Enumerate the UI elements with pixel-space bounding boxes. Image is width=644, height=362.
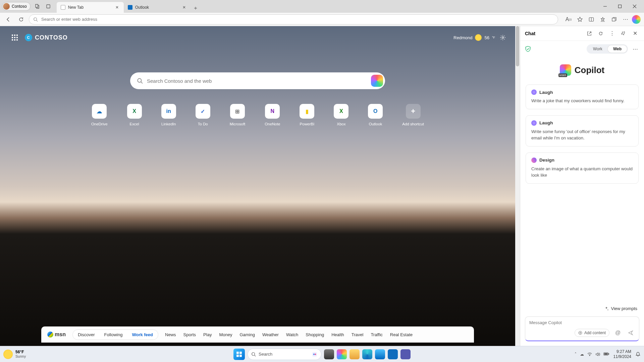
- split-screen-button[interactable]: [586, 14, 596, 24]
- feed-link-play[interactable]: Play: [203, 332, 212, 337]
- feed-pill-discover[interactable]: Discover: [74, 331, 99, 339]
- feed-link-money[interactable]: Money: [219, 332, 232, 337]
- prompt-cards: LaughWrite a joke that my coworkers woul…: [520, 84, 644, 184]
- feed-pill-workfeed[interactable]: Work feed: [128, 331, 157, 339]
- system-tray[interactable]: ˄ ☁: [575, 352, 609, 357]
- prompt-card-laugh[interactable]: LaughWrite some funny 'out of office' re…: [526, 115, 639, 146]
- tenant-logo[interactable]: C CONTOSO: [25, 34, 68, 41]
- msn-logo-text: msn: [55, 331, 66, 338]
- shortcut-tile-icon: ▮: [300, 104, 314, 119]
- page-settings-button[interactable]: [500, 35, 506, 41]
- mention-button[interactable]: @: [613, 328, 622, 337]
- taskbar-app-explorer[interactable]: [350, 349, 360, 359]
- collections-button[interactable]: [609, 14, 619, 24]
- close-icon[interactable]: ✕: [181, 5, 187, 10]
- feed-link-gaming[interactable]: Gaming: [239, 332, 255, 337]
- close-button[interactable]: ✕: [631, 29, 639, 38]
- omnibox[interactable]: [29, 14, 558, 24]
- scrollbar[interactable]: [515, 26, 520, 346]
- read-aloud-button[interactable]: A))): [564, 14, 574, 24]
- favorites-list-button[interactable]: [598, 14, 608, 24]
- shortcut-onedrive[interactable]: ☁OneDrive: [91, 104, 108, 126]
- open-external-button[interactable]: [585, 29, 594, 38]
- sparkle-icon: [604, 306, 609, 311]
- taskbar-app-store[interactable]: [375, 349, 385, 359]
- feed-pill-following[interactable]: Following: [100, 331, 126, 339]
- feed-link-travel[interactable]: Travel: [352, 332, 364, 337]
- feed-link-health[interactable]: Health: [331, 332, 344, 337]
- profile-chip[interactable]: Contoso: [2, 2, 31, 11]
- battery-icon[interactable]: [603, 352, 609, 357]
- scope-more-button[interactable]: ⋯: [631, 46, 639, 52]
- add-content-button[interactable]: Add content: [575, 329, 609, 337]
- copilot-button[interactable]: [632, 15, 641, 24]
- chevron-up-icon[interactable]: ˄: [575, 352, 577, 357]
- shortcut-xbox[interactable]: XXbox: [334, 104, 348, 126]
- settings-more-button[interactable]: ⋯: [621, 14, 631, 24]
- tab-outlook[interactable]: Outlook ✕: [124, 2, 191, 13]
- msn-logo[interactable]: msn: [47, 331, 66, 338]
- taskbar-app-outlook[interactable]: [388, 349, 398, 359]
- ntp-search-input[interactable]: [147, 78, 367, 84]
- scope-toggle[interactable]: Work Web: [587, 44, 628, 54]
- refresh-button[interactable]: [16, 14, 26, 24]
- wifi-icon[interactable]: [587, 352, 592, 357]
- taskbar-app-teams[interactable]: [400, 349, 411, 359]
- shortcut-microsoft[interactable]: ⊞Microsoft: [230, 104, 246, 126]
- feed-link-news[interactable]: News: [165, 332, 176, 337]
- feed-link-traffic[interactable]: Traffic: [371, 332, 382, 337]
- omnibox-input[interactable]: [41, 17, 554, 22]
- shortcut-todo[interactable]: ✓To Do: [196, 104, 210, 126]
- shortcut-excel[interactable]: XExcel: [127, 104, 142, 126]
- taskbar-app-copilot[interactable]: [337, 349, 347, 359]
- new-tab-button[interactable]: ＋: [191, 3, 200, 13]
- prompt-card-design[interactable]: DesignCreate an image of what a quantum …: [526, 153, 639, 184]
- taskbar-app-taskview[interactable]: [324, 349, 334, 359]
- taskbar-app-edge[interactable]: [362, 349, 372, 359]
- taskbar-search[interactable]: Search: [248, 349, 321, 360]
- feed-link-realestate[interactable]: Real Estate: [390, 332, 413, 337]
- onedrive-tray-icon[interactable]: ☁: [580, 352, 584, 357]
- weather-widget[interactable]: Redmond 56 °F: [453, 34, 495, 41]
- shortcut-outlook[interactable]: OOutlook: [368, 104, 383, 126]
- taskbar-clock[interactable]: 9:27 AM 11/9/2024: [613, 349, 631, 359]
- notifications-button[interactable]: [635, 352, 641, 357]
- workspaces-icon[interactable]: [33, 2, 42, 11]
- scrollbar-thumb[interactable]: [516, 26, 519, 66]
- sun-icon: [3, 350, 13, 359]
- volume-icon[interactable]: [595, 352, 600, 357]
- weather-unit: °F: [492, 36, 495, 39]
- send-button[interactable]: [626, 328, 635, 337]
- refresh-button[interactable]: [596, 29, 605, 38]
- shortcut-linkedin[interactable]: inLinkedIn: [161, 104, 176, 126]
- add-shortcut-button[interactable]: +Add shortcut: [402, 104, 424, 126]
- shortcut-label: Microsoft: [230, 122, 246, 126]
- scope-work[interactable]: Work: [588, 45, 608, 53]
- shortcut-onenote[interactable]: NOneNote: [265, 104, 280, 126]
- tab-actions-icon[interactable]: [44, 2, 53, 11]
- ntp-search-box[interactable]: [130, 72, 385, 89]
- tab-newtab[interactable]: New Tab ✕: [57, 2, 124, 13]
- feed-link-shopping[interactable]: Shopping: [306, 332, 324, 337]
- close-button[interactable]: [627, 1, 642, 12]
- scope-web[interactable]: Web: [608, 45, 627, 53]
- close-icon[interactable]: ✕: [114, 5, 120, 10]
- app-launcher-button[interactable]: [9, 32, 20, 43]
- feed-link-weather[interactable]: Weather: [262, 332, 279, 337]
- favorite-button[interactable]: [575, 14, 585, 24]
- more-options-button[interactable]: ⋮: [608, 29, 616, 38]
- copilot-text-input[interactable]: [529, 320, 635, 325]
- feed-link-watch[interactable]: Watch: [286, 332, 298, 337]
- start-button[interactable]: [233, 349, 245, 360]
- prompt-card-laugh[interactable]: LaughWrite a joke that my coworkers woul…: [526, 84, 639, 109]
- maximize-button[interactable]: [612, 1, 627, 12]
- shortcut-powerbi[interactable]: ▮PowerBI: [300, 104, 314, 126]
- feed-link-sports[interactable]: Sports: [183, 332, 196, 337]
- minimize-button[interactable]: [598, 1, 612, 12]
- copilot-input[interactable]: Add content @: [525, 316, 639, 341]
- taskbar-weather[interactable]: 56°F Sunny: [3, 350, 26, 359]
- search-copilot-button[interactable]: [371, 75, 383, 87]
- view-prompts-link[interactable]: View prompts: [604, 306, 637, 311]
- pin-button[interactable]: [619, 29, 628, 38]
- back-button[interactable]: [3, 14, 13, 24]
